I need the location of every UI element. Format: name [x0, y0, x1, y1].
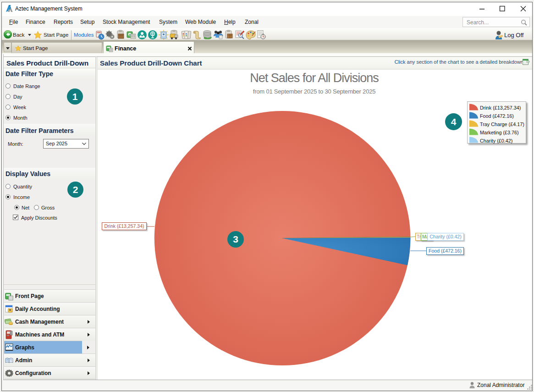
svg-text:a: a [129, 33, 131, 36]
